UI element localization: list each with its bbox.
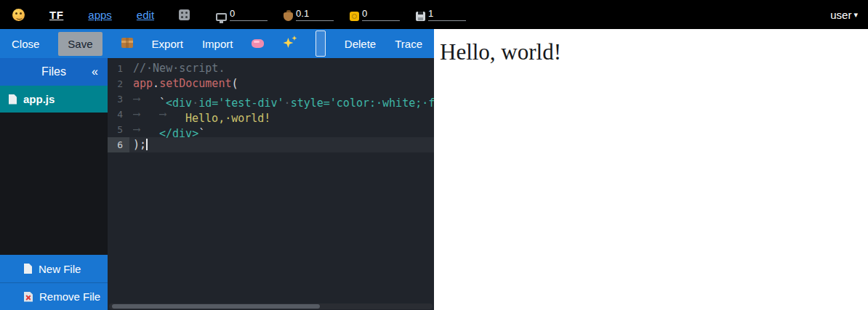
save-button[interactable]: Save — [58, 32, 102, 56]
code-line[interactable]: 2app.setDocument( — [108, 76, 434, 91]
sidebar-empty-space — [0, 113, 108, 255]
files-header-label: Files — [41, 65, 66, 78]
eraser-button[interactable] — [252, 38, 264, 50]
stats-group: 0 0.1 0 1 — [216, 8, 466, 21]
stat-value: 1 — [428, 8, 433, 19]
new-file-icon — [24, 264, 32, 274]
stat-pouch: 0.1 — [284, 8, 334, 21]
pouch-icon — [284, 12, 293, 21]
code-token: ⟶ — [133, 91, 159, 107]
stat-value: 0 — [362, 8, 367, 19]
line-number: 3 — [108, 91, 129, 107]
stat-value: 0.1 — [296, 8, 309, 19]
sparkles-button[interactable] — [283, 36, 297, 52]
main-area: Close Save Export Import Delete Trace Fi… — [0, 29, 868, 310]
code-text: ⟶</div>` — [129, 122, 205, 137]
code-token: ⟶ — [133, 122, 159, 137]
code-token: ⟶ — [133, 107, 159, 122]
coin-icon — [350, 12, 359, 21]
export-button[interactable]: Export — [152, 38, 183, 50]
remove-file-icon — [24, 292, 33, 302]
stat-underline: 0 — [230, 8, 268, 21]
code-editor[interactable]: 1//·New·script.2app.setDocument(3⟶`<div·… — [108, 58, 434, 310]
code-line[interactable]: 5⟶</div>` — [108, 122, 434, 137]
collapse-sidebar-icon[interactable]: « — [92, 65, 98, 78]
code-token: 'color:·white;·f — [330, 97, 434, 110]
new-file-label: New File — [39, 263, 81, 275]
code-lines: 1//·New·script.2app.setDocument(3⟶`<div·… — [108, 61, 434, 152]
code-text: ); — [129, 137, 148, 152]
stat-value: 0 — [230, 8, 235, 19]
line-number: 4 — [108, 107, 129, 122]
delete-button[interactable]: Delete — [345, 38, 376, 50]
blank-button[interactable] — [316, 30, 325, 57]
line-number: 2 — [108, 76, 129, 91]
remove-file-button[interactable]: Remove File — [0, 282, 108, 310]
files-header: Files « — [0, 58, 108, 86]
file-icon — [9, 94, 17, 105]
smiley-icon[interactable] — [12, 9, 25, 21]
user-menu[interactable]: user▾ — [830, 9, 858, 21]
code-token: style= — [291, 97, 330, 110]
stat-floppy: 1 — [416, 8, 466, 21]
file-name: app.js — [23, 93, 55, 105]
code-token: //·New·script. — [133, 62, 225, 75]
package-button[interactable] — [121, 38, 133, 50]
code-token: . — [153, 77, 159, 90]
code-text: ⟶`<div·id='test-div'·style='color:·white… — [129, 91, 434, 107]
code-line[interactable]: 6); — [108, 137, 434, 152]
line-number: 1 — [108, 61, 129, 76]
file-item-appjs[interactable]: app.js — [0, 86, 108, 113]
nav-link-apps[interactable]: apps — [88, 9, 112, 21]
preview-pane: Hello, world! — [434, 29, 868, 310]
code-token: app — [133, 77, 153, 90]
stat-underline: 1 — [428, 8, 466, 21]
top-bar-left: TF apps edit — [12, 9, 190, 21]
stat-underline: 0.1 — [296, 8, 334, 21]
user-label: user — [830, 9, 851, 21]
code-line[interactable]: 3⟶`<div·id='test-div'·style='color:·whit… — [108, 91, 434, 107]
horizontal-scrollbar[interactable] — [109, 303, 433, 309]
code-token: ` — [198, 127, 205, 140]
line-number: 5 — [108, 122, 129, 137]
trace-button[interactable]: Trace — [395, 38, 422, 50]
top-bar: TF apps edit 0 0.1 0 1 user▾ — [0, 0, 868, 29]
editor-toolbar: Close Save Export Import Delete Trace — [0, 29, 434, 58]
new-file-button[interactable]: New File — [0, 255, 108, 282]
scrollbar-thumb[interactable] — [112, 304, 320, 309]
preview-text: Hello, world! — [440, 39, 862, 65]
code-token: · — [284, 97, 291, 110]
close-button[interactable]: Close — [12, 38, 39, 50]
remove-file-label: Remove File — [39, 290, 100, 303]
code-token: setDocument — [159, 77, 231, 90]
stat-underline: 0 — [362, 8, 400, 21]
stat-coin: 0 — [350, 8, 400, 21]
code-token: ⟶ — [159, 107, 185, 122]
text-cursor — [146, 139, 148, 150]
chevron-down-icon: ▾ — [853, 10, 858, 20]
eraser-icon — [252, 39, 264, 48]
package-icon — [121, 38, 133, 48]
import-button[interactable]: Import — [202, 38, 233, 50]
code-text: //·New·script. — [129, 61, 225, 76]
editor-app: Close Save Export Import Delete Trace Fi… — [0, 29, 434, 310]
app-body: Files « app.js New File Remove File — [0, 58, 434, 310]
app-window: TF apps edit 0 0.1 0 1 user▾ — [0, 0, 868, 310]
code-token: ( — [231, 77, 238, 90]
line-number: 6 — [108, 137, 129, 152]
code-line[interactable]: 1//·New·script. — [108, 61, 434, 76]
dice-icon[interactable] — [179, 9, 190, 20]
code-text: app.setDocument( — [129, 76, 238, 91]
file-sidebar: Files « app.js New File Remove File — [0, 58, 108, 310]
code-token: </div> — [159, 127, 198, 140]
monitor-icon — [216, 13, 227, 21]
code-text: ⟶⟶Hello,·world! — [129, 107, 270, 122]
brand-link[interactable]: TF — [49, 9, 63, 21]
stat-monitor: 0 — [216, 8, 268, 21]
floppy-icon — [416, 12, 425, 21]
sparkles-icon — [283, 36, 297, 49]
nav-link-edit[interactable]: edit — [137, 9, 154, 21]
code-token: ); — [133, 138, 146, 151]
